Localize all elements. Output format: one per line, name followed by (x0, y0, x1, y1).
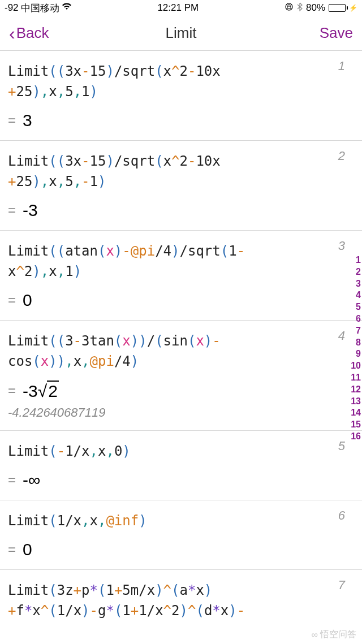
entry-row[interactable]: 1Limit((3x-15)/sqrt(x^2-10x+25),x,5,1)=3 (0, 51, 362, 141)
index-item[interactable]: 12 (351, 384, 361, 396)
signal-strength: -92 (5, 2, 19, 14)
save-button[interactable]: Save (320, 24, 353, 42)
index-item[interactable]: 5 (351, 301, 361, 313)
watermark: ∞ 悟空问答 (312, 629, 356, 641)
battery-percent: 80% (306, 2, 325, 14)
index-item[interactable]: 8 (351, 337, 361, 349)
status-bar: -92 中国移动 12:21 PM 80% ⚡ (0, 0, 362, 16)
index-item[interactable]: 6 (351, 313, 361, 325)
entry-row[interactable]: 7Limit(3z+p*(1+5m/x)^(a*x)+f*x^(1/x)-g*(… (0, 570, 362, 631)
status-right: 80% ⚡ (285, 2, 357, 14)
index-item[interactable]: 13 (351, 396, 361, 408)
nav-bar: ‹ Back Limit Save (0, 16, 362, 51)
index-item[interactable]: 11 (351, 372, 361, 384)
index-item[interactable]: 15 (351, 419, 361, 431)
battery-icon: ⚡ (329, 4, 357, 12)
index-item[interactable]: 16 (351, 431, 361, 443)
entries-list[interactable]: 1Limit((3x-15)/sqrt(x^2-10x+25),x,5,1)=3… (0, 51, 362, 631)
page-title: Limit (166, 24, 197, 42)
expression[interactable]: Limit(-1/x,x,0) (8, 441, 354, 461)
index-item[interactable]: 7 (351, 325, 361, 337)
expression[interactable]: Limit(3z+p*(1+5m/x)^(a*x)+f*x^(1/x)-g*(1… (8, 580, 354, 621)
wifi-icon (62, 2, 72, 14)
result: =-3 (8, 201, 354, 220)
expression[interactable]: Limit((3x-15)/sqrt(x^2-10x+25),x,5,1) (8, 61, 354, 102)
entry-number: 6 (338, 508, 345, 523)
entry-number: 5 (338, 439, 345, 453)
status-time: 12:21 PM (157, 2, 199, 14)
result: =3 (8, 111, 354, 130)
expression[interactable]: Limit((3x-15)/sqrt(x^2-10x+25),x,5,-1) (8, 151, 354, 192)
result: =0 (8, 291, 354, 310)
expression[interactable]: Limit((atan(x)-@pi/4)/sqrt(1-x^2),x,1) (8, 241, 354, 282)
index-item[interactable]: 2 (351, 266, 361, 278)
bluetooth-icon (297, 2, 303, 14)
index-item[interactable]: 10 (351, 360, 361, 372)
back-button[interactable]: ‹ Back (9, 24, 49, 42)
expression[interactable]: Limit((3-3tan(x))/(sin(x)-cos(x)),x,@pi/… (8, 331, 354, 371)
index-item[interactable]: 14 (351, 407, 361, 419)
entry-number: 2 (338, 149, 345, 163)
rotation-lock-icon (285, 2, 294, 14)
watermark-icon: ∞ (312, 630, 318, 640)
index-item[interactable]: 9 (351, 348, 361, 360)
index-item[interactable]: 3 (351, 278, 361, 290)
status-left: -92 中国移动 (5, 2, 72, 15)
result: =0 (8, 540, 354, 559)
entry-number: 3 (338, 239, 345, 253)
index-scrubber[interactable]: 12345678910111213141516 (351, 254, 361, 443)
chevron-left-icon: ‹ (9, 24, 15, 42)
entry-number: 7 (338, 578, 345, 593)
entry-row[interactable]: 3Limit((atan(x)-@pi/4)/sqrt(1-x^2),x,1)=… (0, 231, 362, 321)
expression[interactable]: Limit(1/x,x,@inf) (8, 511, 354, 531)
watermark-text: 悟空问答 (320, 629, 356, 641)
entry-row[interactable]: 4Limit((3-3tan(x))/(sin(x)-cos(x)),x,@pi… (0, 321, 362, 431)
entry-row[interactable]: 2Limit((3x-15)/sqrt(x^2-10x+25),x,5,-1)=… (0, 141, 362, 231)
entry-row[interactable]: 5Limit(-1/x,x,0)=-∞ (0, 431, 362, 500)
index-item[interactable]: 4 (351, 289, 361, 301)
result-approx: -4.242640687119 (8, 405, 354, 420)
back-label: Back (16, 24, 49, 42)
entry-number: 1 (338, 59, 345, 74)
entry-row[interactable]: 6Limit(1/x,x,@inf)=0 (0, 500, 362, 570)
index-item[interactable]: 1 (351, 254, 361, 266)
entry-number: 4 (338, 329, 345, 343)
carrier-name: 中国移动 (21, 2, 59, 15)
result: =-3√2 (8, 381, 354, 401)
result: =-∞ (8, 470, 354, 490)
